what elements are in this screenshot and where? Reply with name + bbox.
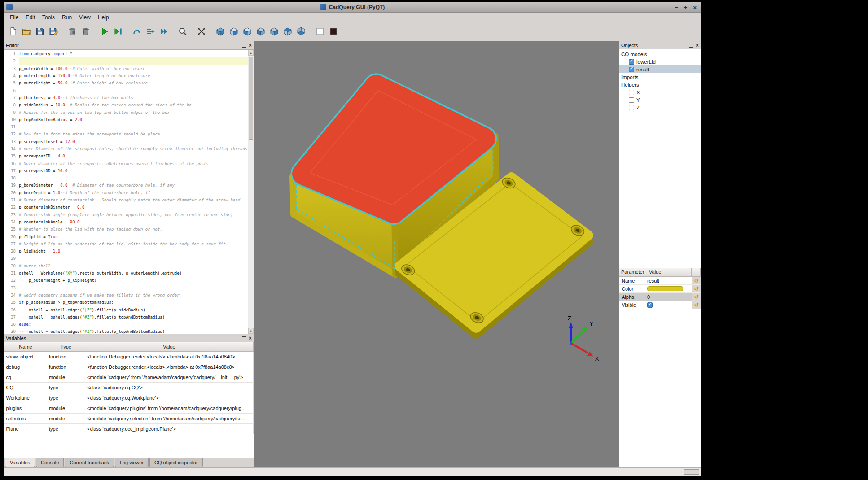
bottom-view-button[interactable] — [295, 26, 307, 38]
tree-group-helpers[interactable]: Helpers — [619, 81, 701, 88]
code-line-37[interactable]: 37····oshell = oshell.edges("#Z").fillet… — [4, 314, 248, 321]
tree-item-y[interactable]: Y — [619, 96, 701, 104]
code-line-2[interactable]: 2 — [4, 57, 248, 65]
param-row-alpha[interactable]: Alpha0↺ — [619, 293, 701, 301]
param-row-name[interactable]: Nameresult↺ — [619, 277, 701, 285]
save-button[interactable] — [34, 26, 46, 38]
code-line-13[interactable]: 13p_screwpostInset = 12.0 — [4, 138, 248, 145]
delete-button[interactable] — [66, 26, 78, 38]
new-file-button[interactable] — [7, 26, 19, 38]
iso-view-button[interactable] — [214, 26, 226, 38]
tab-current-traceback[interactable]: Current traceback — [65, 458, 114, 467]
code-line-27[interactable]: 27# Height of lip on the underside of th… — [4, 240, 248, 248]
save-as-button[interactable] — [47, 26, 59, 38]
column-header-value[interactable]: Value — [85, 342, 254, 351]
code-line-7[interactable]: 7p_thickness = 3.0··# Thickness of the b… — [4, 94, 248, 101]
tree-item-z[interactable]: Z — [619, 104, 701, 111]
run-button[interactable] — [98, 26, 110, 38]
back-view-button[interactable] — [241, 26, 253, 38]
variable-row[interactable]: CQtype<class 'cadquery.cq.CQ'> — [4, 382, 254, 393]
code-line-30[interactable]: 30# outer shell — [4, 262, 248, 270]
code-line-19[interactable]: 19p_boreDiameter = 8.0··# Diameter of th… — [4, 182, 248, 189]
code-line-25[interactable]: 25# Whether to place the lid with the to… — [4, 226, 248, 233]
reset-icon[interactable]: ↺ — [694, 294, 698, 300]
fit-view-button[interactable] — [195, 26, 207, 38]
variable-row[interactable]: Planetype<class 'cadquery.occ_impl.geom.… — [4, 423, 254, 434]
tab-variables[interactable]: Variables — [5, 458, 35, 467]
code-line-35[interactable]: 35if p_sideRadius > p_topAndBottomRadius… — [4, 299, 248, 306]
code-line-14[interactable]: 14# nner Diameter of the screwpost holes… — [4, 145, 248, 153]
code-line-20[interactable]: 20p_boreDepth = 1.0··# Depth of the coun… — [4, 189, 248, 196]
code-line-3[interactable]: 3p_outerWidth = 100.0··# Outer width of … — [4, 65, 248, 72]
reset-icon[interactable]: ↺ — [694, 278, 698, 284]
code-line-24[interactable]: 24p_countersinkAngle = 90.0 — [4, 218, 248, 226]
code-line-4[interactable]: 4p_outerLength = 150.0··# Outer length o… — [4, 72, 248, 79]
menu-edit[interactable]: Edit — [22, 13, 39, 22]
close-panel-icon[interactable]: × — [249, 43, 252, 48]
code-line-23[interactable]: 23# Countersink angle (complete angle be… — [4, 211, 248, 218]
code-line-11[interactable]: 11 — [4, 123, 248, 131]
menu-tools[interactable]: Tools — [39, 13, 58, 22]
continue-button[interactable] — [158, 26, 170, 38]
variable-row[interactable]: show_objectfunction<function Debugger.re… — [4, 351, 254, 362]
code-line-39[interactable]: 39····oshell = oshell.edges("#Z").fillet… — [4, 328, 248, 334]
minimize-button[interactable]: − — [675, 4, 678, 11]
right-view-button[interactable] — [268, 26, 280, 38]
tree-item-lowerlid[interactable]: lowerLid — [619, 58, 701, 65]
tree-item-result[interactable]: result — [619, 65, 701, 73]
scroll-down-button[interactable] — [248, 328, 254, 334]
checkbox[interactable] — [629, 59, 634, 65]
step-over-button[interactable] — [131, 26, 143, 38]
variable-row[interactable]: Workplanetype<class 'cadquery.cq.Workpla… — [4, 393, 254, 403]
step-into-button[interactable] — [144, 26, 156, 38]
viewport-3d[interactable]: Z Y X — [254, 41, 619, 467]
viewport-canvas[interactable]: Z Y X — [254, 41, 619, 467]
code-line-1[interactable]: 1from cadquery import * — [4, 50, 248, 57]
code-line-17[interactable]: 17p_screwpostOD = 10.0 — [4, 167, 248, 175]
tree-group-imports[interactable]: Imports — [619, 73, 701, 81]
code-line-38[interactable]: 38else: — [4, 321, 248, 328]
menu-run[interactable]: Run — [58, 13, 75, 22]
close-panel-icon[interactable]: × — [249, 336, 252, 340]
reset-icon[interactable]: ↺ — [694, 302, 698, 308]
scroll-up-button[interactable] — [248, 50, 254, 56]
close-panel-icon[interactable]: × — [696, 43, 699, 48]
tree-group-cq-models[interactable]: CQ models — [619, 50, 701, 58]
code-editor[interactable]: 1from cadquery import *23p_outerWidth = … — [4, 49, 254, 334]
code-line-6[interactable]: 6 — [4, 87, 248, 94]
float-panel-icon[interactable] — [242, 336, 246, 340]
debug-button[interactable] — [112, 26, 124, 38]
code-line-31[interactable]: 31oshell = Workplane("XY").rect(p_outerW… — [4, 270, 248, 277]
close-button[interactable]: × — [693, 4, 697, 11]
code-line-15[interactable]: 15p_screwpostID = 4.0 — [4, 153, 248, 160]
zoom-button[interactable] — [176, 26, 189, 38]
white-background-button[interactable] — [314, 26, 326, 38]
code-line-18[interactable]: 18 — [4, 175, 248, 182]
code-line-36[interactable]: 36····oshell = oshell.edges("|Z").fillet… — [4, 306, 248, 313]
variable-row[interactable]: pluginsmodule<module 'cadquery.plugins' … — [4, 403, 254, 413]
variable-row[interactable]: debugfunction<function Debugger.render.<… — [4, 362, 254, 372]
float-panel-icon[interactable] — [689, 44, 693, 48]
code-line-32[interactable]: 32····p_outerHeight + p_lipHeight) — [4, 277, 248, 284]
variable-row[interactable]: selectorsmodule<module 'cadquery.selecto… — [4, 413, 254, 423]
checkbox[interactable] — [647, 302, 653, 308]
param-row-color[interactable]: Color↺ — [619, 285, 701, 293]
code-line-26[interactable]: 26p_flipLid = True — [4, 233, 248, 240]
tab-console[interactable]: Console — [36, 458, 64, 467]
checkbox[interactable] — [629, 97, 634, 103]
scrollbar-thumb[interactable] — [249, 57, 253, 140]
code-line-22[interactable]: 22p_countersinkDiameter = 0.0 — [4, 204, 248, 211]
code-line-21[interactable]: 21# Outer diameter of countersink. Shoul… — [4, 196, 248, 204]
code-line-5[interactable]: 5p_outerHeight = 50.0··# Outer height of… — [4, 79, 248, 87]
param-row-visible[interactable]: Visible↺ — [619, 301, 701, 309]
menu-view[interactable]: View — [75, 13, 94, 22]
tab-log-viewer[interactable]: Log viewer — [115, 458, 149, 467]
tab-cq-object-inspector[interactable]: CQ object inspector — [149, 458, 203, 467]
menu-help[interactable]: Help — [94, 13, 113, 22]
code-line-33[interactable]: 33 — [4, 284, 248, 292]
tree-item-x[interactable]: X — [619, 88, 701, 96]
dark-background-button[interactable] — [327, 26, 339, 38]
code-line-16[interactable]: 16# Outer Diameter of the screwposts.\nD… — [4, 160, 248, 167]
trash-button[interactable] — [79, 26, 92, 38]
code-line-12[interactable]: 12# How far in from the edges the screwp… — [4, 131, 248, 138]
